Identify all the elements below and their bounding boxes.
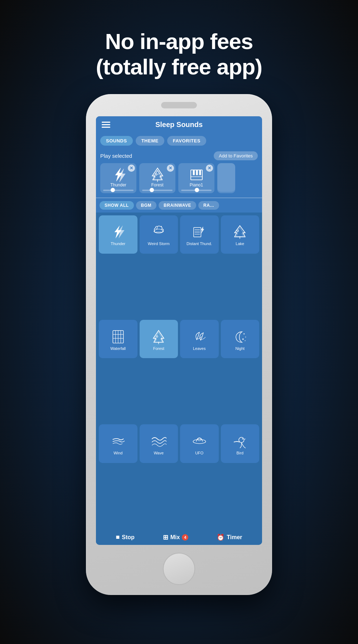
app-title: Sleep Sounds [155, 121, 203, 129]
forest-volume[interactable] [142, 190, 173, 191]
close-thunder-button[interactable]: ✕ [128, 165, 135, 172]
grid-item-weird-storm[interactable]: Weird Storm [140, 215, 178, 254]
grid-item-lake[interactable]: Lake [221, 215, 260, 254]
thunder-label: Thunder [110, 182, 126, 187]
stop-icon: ■ [116, 533, 120, 541]
grid-item-wind[interactable]: Wind [99, 424, 137, 463]
grid-wave-icon [151, 434, 166, 449]
svg-point-40 [242, 338, 244, 340]
filter-show-all[interactable]: SHOW ALL [100, 201, 134, 210]
svg-rect-12 [217, 163, 235, 192]
grid-item-wave[interactable]: Wave [140, 424, 178, 463]
grid-lake-icon [232, 224, 248, 240]
grid-thunder-icon [110, 224, 126, 240]
tab-favorites[interactable]: FAVORITES [167, 136, 206, 146]
grid-item-waterfall[interactable]: Waterfall [99, 320, 137, 358]
grid-night-label: Night [235, 346, 245, 351]
piano-icon [189, 167, 204, 182]
grid-ufo-label: UFO [195, 451, 203, 455]
sounds-grid: Thunder Weird Storm [96, 213, 262, 530]
add-to-favorites-button[interactable]: Add to Favorites [214, 151, 258, 160]
phone-notch [161, 102, 197, 108]
grid-storm-icon [151, 224, 166, 240]
selected-sound-piano[interactable]: ✕ Piano1 [178, 163, 214, 193]
grid-wind-label: Wind [113, 451, 122, 455]
timer-button[interactable]: ⏰ Timer [217, 533, 242, 541]
phone-screen: Sleep Sounds SOUNDS THEME FAVORITES Play… [96, 116, 262, 545]
menu-button[interactable] [102, 122, 110, 128]
mix-count-badge: 4 [182, 534, 188, 541]
svg-marker-3 [153, 170, 161, 180]
svg-rect-11 [199, 170, 201, 175]
app-header: Sleep Sounds [96, 116, 262, 133]
svg-point-44 [239, 437, 244, 443]
piano-volume[interactable] [181, 190, 212, 191]
grid-item-night[interactable]: Night [221, 320, 260, 358]
selected-sound-partial [217, 163, 235, 193]
play-selected-label: Play selected [100, 153, 132, 159]
svg-point-38 [244, 333, 245, 334]
grid-storm-label: Weird Storm [148, 241, 170, 246]
mix-label: Mix [170, 534, 180, 541]
thunder-volume[interactable] [103, 190, 134, 191]
selected-sounds-row: ✕ Thunder ✕ [100, 163, 258, 193]
thunder-icon [111, 167, 126, 182]
selected-sound-thunder[interactable]: ✕ Thunder [100, 163, 136, 193]
selected-section: Play selected Add to Favorites ✕ Thunder [96, 148, 262, 195]
filter-ra[interactable]: RA... [198, 201, 219, 210]
grid-waterfall-icon [110, 329, 126, 345]
phone-mockup: Sleep Sounds SOUNDS THEME FAVORITES Play… [86, 94, 272, 595]
svg-point-36 [156, 336, 158, 337]
grid-forest-icon [151, 329, 166, 345]
svg-rect-9 [193, 170, 194, 175]
svg-point-42 [193, 439, 205, 444]
piano-label: Piano1 [190, 182, 203, 187]
grid-night-icon [232, 329, 248, 345]
grid-leaves-label: Leaves [193, 346, 205, 351]
grid-item-thunder[interactable]: Thunder [99, 215, 137, 254]
bottom-bar: ■ Stop ⊞ Mix 4 ⏰ Timer [96, 530, 262, 545]
grid-ufo-icon [192, 434, 207, 449]
partial-sound-icon [217, 163, 235, 192]
close-forest-button[interactable]: ✕ [167, 165, 174, 172]
grid-item-leaves[interactable]: Leaves [180, 320, 219, 358]
grid-wave-label: Wave [154, 451, 164, 455]
close-piano-button[interactable]: ✕ [206, 165, 213, 172]
forest-label: Forest [151, 182, 163, 187]
filter-brainwave[interactable]: BRAINWAVE [159, 201, 196, 210]
selected-header: Play selected Add to Favorites [100, 151, 258, 160]
svg-point-15 [155, 229, 163, 234]
grid-forest-label: Forest [153, 346, 164, 351]
svg-point-45 [242, 438, 243, 439]
tab-bar: SOUNDS THEME FAVORITES [96, 133, 262, 148]
tab-sounds[interactable]: SOUNDS [100, 136, 133, 146]
mix-button[interactable]: ⊞ Mix 4 [163, 533, 189, 541]
grid-wind-icon [110, 434, 126, 449]
grid-bird-icon [232, 434, 248, 449]
svg-rect-18 [194, 228, 201, 237]
svg-marker-35 [155, 332, 163, 342]
headline: No in-app fees (totally free app) [96, 14, 262, 80]
stop-label: Stop [122, 534, 135, 541]
grid-distant-icon [192, 224, 207, 240]
selected-sound-forest[interactable]: ✕ Forest [139, 163, 175, 193]
timer-icon: ⏰ [217, 533, 224, 541]
stop-button[interactable]: ■ Stop [116, 533, 134, 541]
grid-item-ufo[interactable]: UFO [180, 424, 219, 463]
svg-marker-23 [201, 226, 204, 234]
grid-waterfall-label: Waterfall [110, 346, 126, 351]
grid-item-forest[interactable]: Forest [140, 320, 178, 358]
svg-rect-10 [196, 170, 198, 175]
timer-label: Timer [227, 534, 242, 541]
grid-item-distant-thunder[interactable]: Distant Thund. [180, 215, 219, 254]
grid-thunder-label: Thunder [111, 241, 125, 246]
phone-home-button[interactable] [163, 553, 195, 585]
grid-leaves-icon [192, 329, 207, 345]
tab-theme[interactable]: THEME [136, 136, 164, 146]
forest-icon [150, 167, 165, 182]
filter-bgm[interactable]: BGM [136, 201, 157, 210]
grid-item-bird[interactable]: Bird [221, 424, 260, 463]
grid-distant-label: Distant Thund. [187, 241, 212, 246]
filter-bar: SHOW ALL BGM BRAINWAVE RA... [96, 198, 262, 213]
svg-point-41 [245, 340, 246, 341]
